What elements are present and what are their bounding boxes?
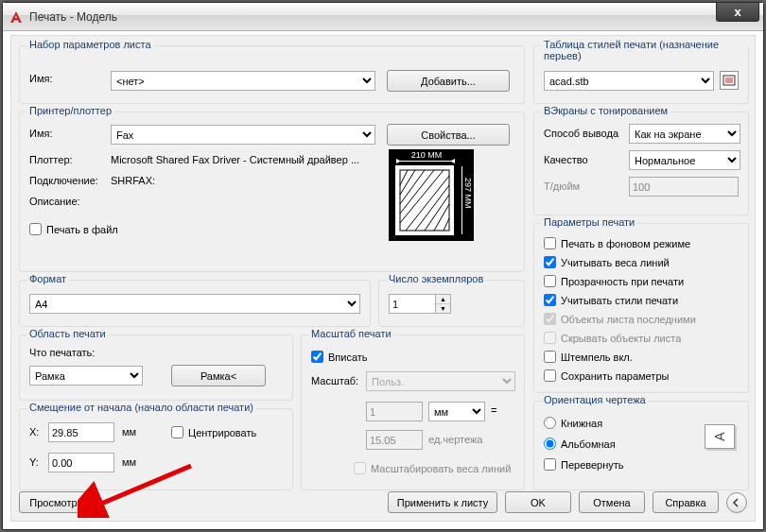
format-legend: Формат [26, 273, 69, 284]
weights-checkbox[interactable]: Учитывать веса линий [544, 254, 670, 270]
plotter-value: Microsoft Shared Fax Driver - Системный … [111, 154, 359, 165]
printer-group: Принтер/плоттер Имя: 🖶 Fax Свойства... П… [19, 112, 525, 272]
ok-button[interactable]: OK [505, 491, 571, 513]
upside-checkbox[interactable]: Перевернуть [544, 456, 624, 472]
copies-group: Число экземпляров ▲ ▼ [378, 280, 525, 327]
format-select[interactable]: A4 [29, 294, 360, 314]
copies-legend: Число экземпляров [386, 273, 486, 284]
page-setup-select[interactable]: <нет> [111, 71, 375, 91]
plot-style-group: Таблица стилей печати (назначение перьев… [533, 45, 749, 104]
x-label: X: [29, 426, 39, 438]
offset-legend: Смещение от начала (начало области печат… [26, 402, 256, 413]
connection-value: SHRFAX: [111, 175, 155, 186]
styles-checkbox[interactable]: Учитывать стили печати [544, 292, 678, 308]
save-checkbox[interactable]: Сохранить параметры [544, 368, 669, 384]
scale-num-input [366, 402, 423, 421]
page-setup-legend: Набор параметров листа [26, 39, 154, 50]
cancel-button[interactable]: Отмена [579, 491, 645, 513]
plot-to-file-checkbox[interactable]: Печать в файл [29, 221, 118, 237]
y-input[interactable] [48, 453, 114, 472]
scale-group: Масштаб печати Вписать Масштаб: Польз. м… [301, 335, 525, 490]
svg-line-10 [434, 204, 449, 231]
paper-last-checkbox: Объекты листа последними [544, 311, 696, 327]
plotter-label: Плоттер: [29, 154, 73, 165]
equals-sign: = [491, 404, 496, 416]
titlebar: Печать - Модель x [3, 3, 763, 31]
svg-rect-1 [400, 170, 449, 231]
plot-style-select[interactable]: acad.stb [544, 71, 714, 91]
collapse-button[interactable] [726, 492, 747, 513]
orientation-group: Ориентация чертежа Книжная Альбомная Пер… [533, 401, 749, 490]
svg-line-2 [400, 170, 444, 223]
stamp-checkbox[interactable]: Штемпель вкл. [544, 349, 633, 365]
svg-line-8 [415, 185, 449, 231]
printer-name-label: Имя: [29, 128, 52, 139]
x-input[interactable] [48, 422, 114, 442]
svg-line-6 [400, 170, 408, 185]
hide-paper-checkbox: Скрывать объекты листа [544, 330, 681, 346]
x-unit: мм [122, 426, 136, 438]
window-title: Печать - Модель [29, 10, 117, 24]
shade-mode-select[interactable]: Как на экране [629, 124, 740, 144]
shaded-legend: ВЭкраны с тонированием [541, 105, 670, 116]
plot-options-group: Параметры печати Печать в фоновом режиме… [533, 223, 749, 393]
svg-line-7 [406, 176, 449, 231]
page-setup-name-label: Имя: [29, 73, 52, 84]
plot-style-edit-icon[interactable] [720, 71, 739, 90]
format-group: Формат A4 [19, 280, 371, 327]
add-button[interactable]: Добавить... [387, 70, 510, 92]
paper-icon: A [705, 424, 735, 449]
area-select[interactable]: Рамка [29, 366, 143, 386]
preview-button[interactable]: Просмотр... [19, 491, 96, 513]
area-legend: Область печати [26, 328, 109, 339]
plot-area-group: Область печати Что печатать: Рамка Рамка… [19, 335, 293, 401]
scale-legend: Масштаб печати [308, 328, 394, 339]
printer-legend: Принтер/плоттер [26, 105, 114, 116]
denom-unit-label: ед.чертежа [428, 434, 482, 445]
portrait-radio[interactable]: Книжная [544, 415, 602, 431]
fit-checkbox[interactable]: Вписать [311, 349, 368, 365]
offset-group: Смещение от начала (начало области печат… [19, 408, 293, 490]
copies-input[interactable] [389, 294, 436, 314]
printer-select[interactable]: 🖶 Fax [111, 125, 375, 145]
connection-label: Подключение: [29, 175, 98, 186]
scale-select: Польз. [366, 371, 515, 391]
dpi-input [629, 177, 739, 197]
close-button[interactable]: x [716, 3, 759, 22]
apply-button[interactable]: Применить к листу [388, 491, 497, 513]
bg-checkbox[interactable]: Печать в фоновом режиме [544, 235, 690, 251]
help-button[interactable]: Справка [653, 491, 719, 513]
shade-mode-label: Способ вывода [544, 128, 618, 139]
autocad-icon [9, 9, 24, 25]
orient-legend: Ориентация чертежа [541, 394, 649, 405]
center-checkbox[interactable]: Центрировать [171, 424, 256, 440]
quality-label: Качество [544, 154, 588, 165]
area-what-label: Что печатать: [29, 347, 95, 358]
scale-unit-select[interactable]: мм [428, 402, 485, 421]
dpi-label: Т/дюйм [544, 180, 580, 192]
paper-preview: 210 MM 297 MM [389, 149, 474, 241]
svg-line-5 [400, 170, 415, 195]
scale-denom-input [366, 430, 423, 450]
svg-line-11 [444, 218, 449, 231]
landscape-radio[interactable]: Альбомная [544, 436, 616, 452]
scale-label: Масштаб: [311, 375, 358, 386]
y-unit: мм [122, 456, 136, 468]
chevron-left-icon [732, 498, 741, 507]
description-label: Описание: [29, 196, 80, 207]
quality-select[interactable]: Нормальное [629, 150, 740, 170]
options-legend: Параметры печати [541, 216, 637, 228]
trans-checkbox[interactable]: Прозрачность при печати [544, 273, 684, 289]
page-setup-group: Набор параметров листа Имя: <нет> Добави… [19, 45, 525, 104]
shaded-group: ВЭкраны с тонированием Способ вывода Как… [533, 112, 749, 215]
window-button[interactable]: Рамка< [171, 365, 266, 386]
y-label: Y: [29, 456, 39, 468]
scale-lw-checkbox: Масштабировать веса линий [354, 460, 511, 476]
plot-style-legend: Таблица стилей печати (назначение перьев… [541, 39, 748, 61]
printer-props-button[interactable]: Свойства... [387, 124, 510, 146]
copies-spinner[interactable]: ▲ ▼ [436, 294, 451, 314]
svg-line-3 [400, 170, 434, 214]
